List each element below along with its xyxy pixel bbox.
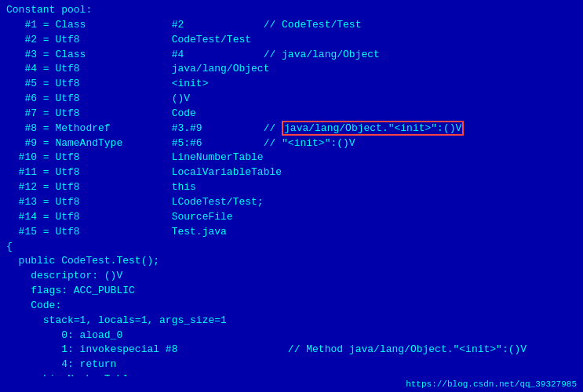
line-23: 1: invokespecial #8 // Method java/lang/… bbox=[6, 343, 527, 355]
line-14: #14 = Utf8 SourceFile bbox=[6, 211, 233, 223]
line-7: #7 = Utf8 Code bbox=[6, 107, 196, 119]
line-8-prefix: #8 = Methodref #3.#9 // bbox=[6, 122, 282, 134]
line-24: 4: return bbox=[6, 358, 116, 370]
bottom-bar: https://blog.csdn.net/qq_39327985 bbox=[0, 376, 583, 392]
line-4: #4 = Utf8 java/lang/Object bbox=[6, 63, 269, 74]
url-text: https://blog.csdn.net/qq_39327985 bbox=[406, 379, 577, 389]
highlighted-text: java/lang/Object."<init>":()V bbox=[282, 121, 464, 136]
line-1: #1 = Class #2 // CodeTest/Test bbox=[6, 19, 361, 31]
line-5: #5 = Utf8 <init> bbox=[6, 78, 208, 89]
line-18: descriptor: ()V bbox=[6, 270, 122, 281]
line-12: #12 = Utf8 this bbox=[6, 181, 196, 193]
line-2: #2 = Utf8 CodeTest/Test bbox=[6, 34, 251, 45]
line-19: flags: ACC_PUBLIC bbox=[6, 285, 135, 296]
line-13: #13 = Utf8 LCodeTest/Test; bbox=[6, 196, 264, 208]
line-11: #11 = Utf8 LocalVariableTable bbox=[6, 166, 282, 178]
line-15: #15 = Utf8 Test.java bbox=[6, 226, 227, 238]
line-9: #9 = NameAndType #5:#6 // "<init>":()V bbox=[6, 137, 355, 149]
code-display: Constant pool: #1 = Class #2 // CodeTest… bbox=[0, 0, 583, 392]
line-3: #3 = Class #4 // java/lang/Object bbox=[6, 49, 380, 60]
line-6: #6 = Utf8 ()V bbox=[6, 93, 190, 104]
line-20: Code: bbox=[6, 299, 61, 311]
line-22: 0: aload_0 bbox=[6, 329, 122, 341]
line-21: stack=1, locals=1, args_size=1 bbox=[6, 314, 227, 326]
line-0: Constant pool: bbox=[6, 4, 92, 16]
line-17: public CodeTest.Test(); bbox=[6, 255, 159, 267]
line-10: #10 = Utf8 LineNumberTable bbox=[6, 151, 264, 163]
line-16: { bbox=[6, 241, 13, 252]
